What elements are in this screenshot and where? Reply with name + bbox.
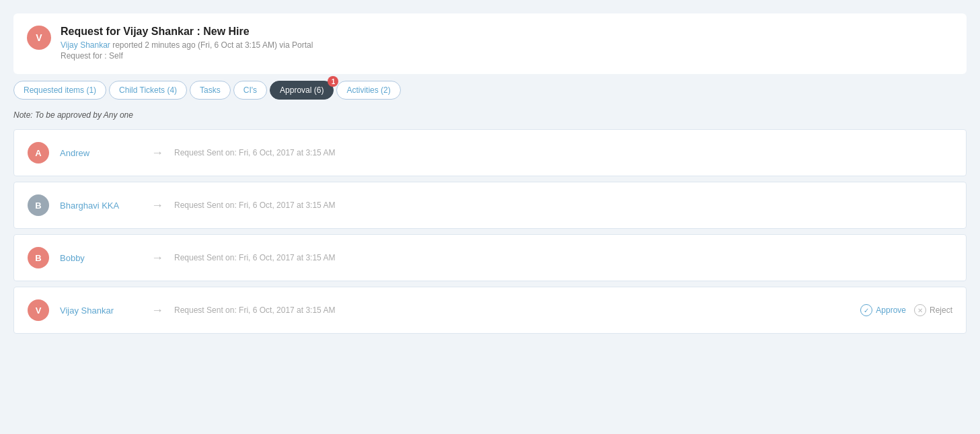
note-text: Note: To be approved by Any one bbox=[13, 110, 967, 120]
approve-label: Approve bbox=[876, 305, 906, 315]
approver-name[interactable]: Bharghavi KKA bbox=[60, 201, 141, 211]
arrow-icon: → bbox=[151, 251, 163, 265]
header-info: Request for Vijay Shankar : New Hire Vij… bbox=[61, 26, 313, 62]
page-title: Request for Vijay Shankar : New Hire bbox=[61, 26, 313, 38]
request-sent-text: Request Sent on: Fri, 6 Oct, 2017 at 3:1… bbox=[174, 253, 952, 262]
header-meta: Vijay Shankar reported 2 minutes ago (Fr… bbox=[61, 40, 313, 50]
avatar: V bbox=[28, 299, 49, 321]
approval-row: B Bharghavi KKA → Request Sent on: Fri, … bbox=[13, 182, 967, 229]
reject-icon: ✕ bbox=[914, 304, 926, 316]
reported-meta-text: reported 2 minutes ago (Fri, 6 Oct at 3:… bbox=[112, 40, 313, 50]
header-card: V Request for Vijay Shankar : New Hire V… bbox=[13, 13, 967, 74]
tab-cis[interactable]: CI's bbox=[233, 81, 267, 100]
request-sent-text: Request Sent on: Fri, 6 Oct, 2017 at 3:1… bbox=[174, 148, 952, 157]
tab-activities[interactable]: Activities (2) bbox=[336, 81, 400, 100]
approval-row: A Andrew → Request Sent on: Fri, 6 Oct, … bbox=[13, 129, 967, 176]
approval-row: V Vijay Shankar → Request Sent on: Fri, … bbox=[13, 287, 967, 334]
action-buttons: ✓ Approve ✕ Reject bbox=[860, 304, 952, 316]
approver-name[interactable]: Bobby bbox=[60, 253, 141, 263]
avatar: V bbox=[27, 26, 51, 50]
arrow-icon: → bbox=[151, 303, 163, 318]
page-wrapper: V Request for Vijay Shankar : New Hire V… bbox=[0, 0, 980, 434]
avatar: B bbox=[28, 247, 49, 268]
tabs-row: Requested items (1) Child Tickets (4) Ta… bbox=[13, 81, 967, 100]
approver-name[interactable]: Vijay Shankar bbox=[60, 305, 141, 316]
request-for-text: Request for : Self bbox=[61, 51, 313, 61]
approval-row: B Bobby → Request Sent on: Fri, 6 Oct, 2… bbox=[13, 234, 967, 281]
reject-label: Reject bbox=[930, 305, 952, 315]
approve-icon: ✓ bbox=[860, 304, 872, 316]
tab-tasks[interactable]: Tasks bbox=[190, 81, 231, 100]
tab-requested-items[interactable]: Requested items (1) bbox=[13, 81, 106, 100]
request-sent-text: Request Sent on: Fri, 6 Oct, 2017 at 3:1… bbox=[174, 201, 952, 210]
approval-list: A Andrew → Request Sent on: Fri, 6 Oct, … bbox=[13, 129, 967, 334]
arrow-icon: → bbox=[151, 146, 163, 160]
reject-button[interactable]: ✕ Reject bbox=[914, 304, 952, 316]
tab-approval-wrapper: Approval (6) 1 bbox=[270, 81, 334, 100]
request-sent-text: Request Sent on: Fri, 6 Oct, 2017 at 3:1… bbox=[174, 305, 850, 315]
arrow-icon: → bbox=[151, 198, 163, 213]
tab-approval[interactable]: Approval (6) bbox=[270, 81, 334, 100]
avatar: B bbox=[28, 194, 49, 216]
reporter-link[interactable]: Vijay Shankar bbox=[61, 40, 110, 50]
tab-child-tickets[interactable]: Child Tickets (4) bbox=[109, 81, 187, 100]
approver-name[interactable]: Andrew bbox=[60, 148, 141, 158]
approve-button[interactable]: ✓ Approve bbox=[860, 304, 906, 316]
avatar: A bbox=[28, 142, 49, 164]
